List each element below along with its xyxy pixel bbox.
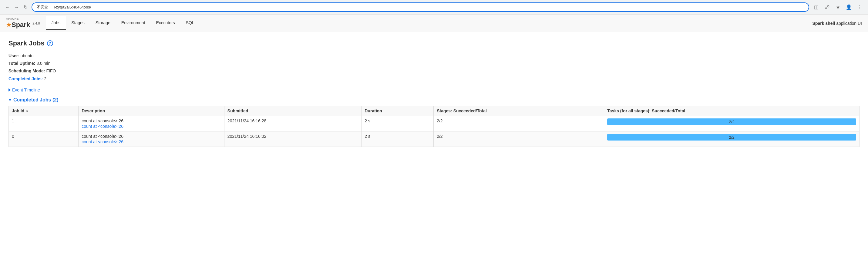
event-timeline-link[interactable]: Event Timeline (8, 88, 860, 92)
user-value-text: ubuntu (21, 53, 34, 58)
cell-submitted-1: 2021/11/24 16:16:28 (224, 116, 361, 131)
completed-jobs-value: 2 (44, 76, 46, 81)
col-stages: Stages: Succeeded/Total (434, 106, 604, 116)
logo-area: APACHE ★Spark 2.4.8 (6, 14, 40, 32)
translate-button[interactable]: ☍ (823, 3, 832, 12)
menu-button[interactable]: ⋮ (855, 3, 864, 12)
user-label: User: (8, 53, 20, 58)
nav-buttons: ← → ↻ (4, 4, 29, 11)
page-title: Spark Jobs ? (8, 39, 860, 47)
col-duration: Duration (362, 106, 434, 116)
cell-duration-0: 2 s (362, 131, 434, 146)
sort-icon: ▼ (26, 110, 29, 113)
desc-text-1: count at <console>:26 (82, 118, 221, 123)
cell-stages-1: 2/2 (434, 116, 604, 131)
spark-version: 2.4.8 (32, 22, 40, 25)
spark-logo: APACHE ★Spark 2.4.8 (6, 18, 40, 29)
reload-button[interactable]: ↻ (22, 4, 29, 11)
cell-stages-0: 2/2 (434, 131, 604, 146)
nav-item-executors[interactable]: Executors (150, 16, 180, 30)
desc-link-0[interactable]: count at <console>:26 (82, 139, 221, 144)
progress-label-1: 2/2 (729, 119, 735, 124)
logo-text-block: APACHE ★Spark (6, 18, 30, 29)
main-nav: Jobs Stages Storage Environment Executor… (46, 16, 812, 30)
table-row: 1 count at <console>:26 count at <consol… (9, 116, 860, 131)
desc-text-0: count at <console>:26 (82, 134, 221, 139)
completed-jobs-label: Completed Jobs: (8, 76, 43, 81)
completed-jobs-row: Completed Jobs: 2 (8, 75, 860, 83)
cell-description-0: count at <console>:26 count at <console>… (79, 131, 224, 146)
cell-job-id-1: 1 (9, 116, 79, 131)
table-header: Job Id ▼ Description Submitted Duration … (9, 106, 860, 116)
cell-description-1: count at <console>:26 count at <console>… (79, 116, 224, 131)
progress-label-0: 2/2 (729, 135, 735, 139)
user-row: User: ubuntu (8, 52, 860, 60)
scheduling-row: Scheduling Mode: FIFO (8, 67, 860, 75)
app-header: APACHE ★Spark 2.4.8 Jobs Stages Storage … (0, 14, 868, 32)
progress-bar-0: 2/2 (607, 134, 856, 140)
cell-submitted-0: 2021/11/24 16:16:02 (224, 131, 361, 146)
spark-name: ★Spark (6, 21, 30, 29)
uptime-value-text: 3.0 min (36, 61, 50, 66)
completed-jobs-link[interactable]: Completed Jobs: (8, 76, 44, 81)
help-icon[interactable]: ? (47, 40, 53, 46)
address-bar[interactable]: 不安全 | i-zyqa2ai5:4046/jobs/ (32, 2, 809, 12)
nav-item-storage[interactable]: Storage (90, 16, 116, 30)
bookmark-button[interactable]: ★ (833, 3, 842, 12)
extensions-button[interactable]: ◫ (812, 3, 821, 12)
uptime-row: Total Uptime: 3.0 min (8, 60, 860, 67)
forward-button[interactable]: → (13, 4, 20, 11)
progress-bar-1: 2/2 (607, 118, 856, 125)
nav-item-sql[interactable]: SQL (181, 16, 200, 30)
desc-link-1[interactable]: count at <console>:26 (82, 124, 221, 129)
info-section: User: ubuntu Total Uptime: 3.0 min Sched… (8, 52, 860, 83)
triangle-down-icon (8, 99, 11, 101)
browser-chrome: ← → ↻ 不安全 | i-zyqa2ai5:4046/jobs/ ◫ ☍ ★ … (0, 0, 868, 14)
nav-item-jobs[interactable]: Jobs (46, 16, 66, 30)
security-badge: 不安全 (37, 4, 48, 10)
col-tasks: Tasks (for all stages): Succeeded/Total (604, 106, 860, 116)
app-title: Spark shell application UI (812, 21, 862, 26)
jobs-table: Job Id ▼ Description Submitted Duration … (8, 106, 860, 147)
col-job-id[interactable]: Job Id ▼ (9, 106, 79, 116)
table-row: 0 count at <console>:26 count at <consol… (9, 131, 860, 146)
col-description: Description (79, 106, 224, 116)
nav-item-stages[interactable]: Stages (66, 16, 90, 30)
cell-job-id-0: 0 (9, 131, 79, 146)
cell-tasks-0: 2/2 (604, 131, 860, 146)
triangle-right-icon (8, 89, 11, 92)
cell-tasks-1: 2/2 (604, 116, 860, 131)
cell-duration-1: 2 s (362, 116, 434, 131)
profile-button[interactable]: 👤 (844, 3, 854, 12)
apache-text: APACHE (6, 18, 30, 20)
event-timeline-label: Event Timeline (12, 88, 40, 92)
completed-section-title: Completed Jobs (2) (8, 97, 860, 103)
nav-item-environment[interactable]: Environment (116, 16, 151, 30)
back-button[interactable]: ← (4, 4, 11, 11)
main-content: Spark Jobs ? User: ubuntu Total Uptime: … (0, 32, 868, 154)
url-text: i-zyqa2ai5:4046/jobs/ (54, 5, 804, 9)
scheduling-label: Scheduling Mode: (8, 68, 45, 73)
browser-actions: ◫ ☍ ★ 👤 ⋮ (812, 3, 864, 12)
scheduling-value-text: FIFO (46, 68, 56, 73)
uptime-label: Total Uptime: (8, 61, 35, 66)
col-submitted: Submitted (224, 106, 361, 116)
table-body: 1 count at <console>:26 count at <consol… (9, 116, 860, 146)
